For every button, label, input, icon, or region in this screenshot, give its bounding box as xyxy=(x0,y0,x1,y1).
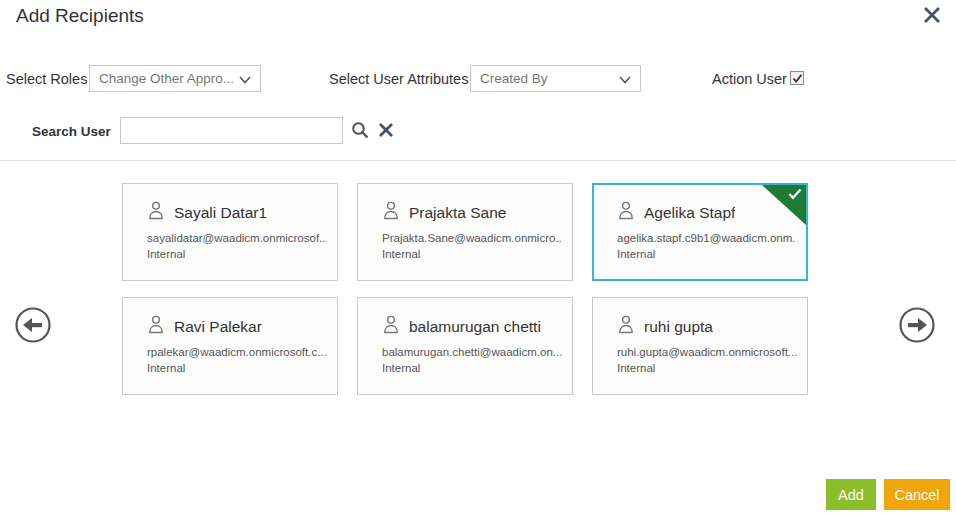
user-type-label: Internal xyxy=(617,362,797,374)
user-type-label: Internal xyxy=(382,248,562,260)
user-name: Sayali Datar1 xyxy=(174,204,267,222)
person-icon xyxy=(382,315,400,338)
person-icon xyxy=(617,315,635,338)
select-roles-label: Select Roles xyxy=(6,71,87,87)
action-user-label: Action User xyxy=(712,71,787,87)
page-title: Add Recipients xyxy=(16,5,144,27)
user-email: sayalidatar@waadicm.onmicrosof... xyxy=(147,232,327,244)
user-card[interactable]: Ravi Palekar rpalekar@waadicm.onmicrosof… xyxy=(122,297,338,395)
cancel-button[interactable]: Cancel xyxy=(884,479,950,510)
add-button[interactable]: Add xyxy=(826,479,876,510)
select-user-attributes-label: Select User Attributes xyxy=(329,71,468,87)
user-name: Agelika Stapf xyxy=(644,204,735,222)
select-user-attributes-value: Created By xyxy=(480,71,548,86)
person-icon xyxy=(147,201,165,224)
user-type-label: Internal xyxy=(382,362,562,374)
person-icon xyxy=(147,315,165,338)
person-icon xyxy=(617,201,635,224)
person-icon xyxy=(382,201,400,224)
user-name: Ravi Palekar xyxy=(174,318,262,336)
user-card[interactable]: Sayali Datar1 sayalidatar@waadicm.onmicr… xyxy=(122,183,338,281)
user-email: rpalekar@waadicm.onmicrosoft.c... xyxy=(147,346,327,358)
select-roles-dropdown[interactable]: Change Other Appro... xyxy=(89,65,261,92)
chevron-down-icon xyxy=(619,70,631,88)
user-cards-grid: Sayali Datar1 sayalidatar@waadicm.onmicr… xyxy=(122,183,808,395)
action-user-checkbox[interactable] xyxy=(790,71,804,85)
user-card[interactable]: ruhi gupta ruhi.gupta@waadicm.onmicrosof… xyxy=(592,297,808,395)
next-page-button[interactable] xyxy=(898,306,936,344)
search-user-label: Search User xyxy=(32,124,111,139)
search-icon[interactable] xyxy=(351,121,370,144)
user-card[interactable]: Prajakta Sane Prajakta.Sane@waadicm.onmi… xyxy=(357,183,573,281)
checkmark-icon xyxy=(792,73,803,84)
user-email: ruhi.gupta@waadicm.onmicrosoft... xyxy=(617,346,797,358)
clear-search-icon[interactable] xyxy=(377,121,395,143)
user-email: Prajakta.Sane@waadicm.onmicro... xyxy=(382,232,562,244)
close-icon[interactable] xyxy=(921,4,943,26)
user-email: balamurugan.chetti@waadicm.on... xyxy=(382,346,562,358)
user-type-label: Internal xyxy=(147,362,327,374)
divider xyxy=(0,160,956,161)
user-name: ruhi gupta xyxy=(644,318,713,336)
selected-checkmark-icon xyxy=(788,186,802,204)
select-roles-value: Change Other Appro... xyxy=(99,71,233,86)
user-type-label: Internal xyxy=(617,248,797,260)
user-name: Prajakta Sane xyxy=(409,204,506,222)
search-input[interactable] xyxy=(120,117,343,144)
user-type-label: Internal xyxy=(147,248,327,260)
user-email: agelika.stapf.c9b1@waadicm.onm... xyxy=(617,232,797,244)
select-user-attributes-dropdown[interactable]: Created By xyxy=(470,65,641,92)
user-name: balamurugan chetti xyxy=(409,318,541,336)
user-card[interactable]: Agelika Stapf agelika.stapf.c9b1@waadicm… xyxy=(592,183,808,281)
previous-page-button[interactable] xyxy=(14,306,52,344)
user-card[interactable]: balamurugan chetti balamurugan.chetti@wa… xyxy=(357,297,573,395)
chevron-down-icon xyxy=(239,70,251,88)
